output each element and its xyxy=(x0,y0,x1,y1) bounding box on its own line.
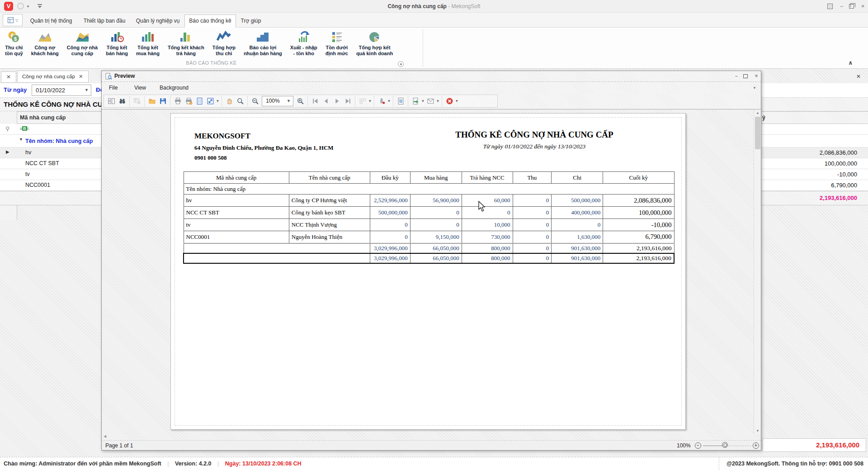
exit-icon[interactable] xyxy=(444,96,455,107)
layout-icon[interactable] xyxy=(106,96,117,107)
preview-maximize-icon[interactable] xyxy=(743,74,748,78)
export-dropdown-icon[interactable]: ▼ xyxy=(421,99,425,103)
app-menu-icon xyxy=(7,17,14,24)
zoom-level-label: 100% xyxy=(677,441,691,451)
chevron-down-icon[interactable]: ▼ xyxy=(85,85,89,95)
scrollbar-thumb[interactable] xyxy=(755,117,760,149)
page-color-dropdown-icon[interactable]: ▼ xyxy=(387,99,391,103)
scroll-left-icon[interactable]: ◀ xyxy=(104,434,106,438)
menu-overflow-icon[interactable]: ▼ xyxy=(753,86,756,90)
last-page-icon[interactable] xyxy=(342,96,353,107)
app-menu-button[interactable]: ▽ xyxy=(3,14,23,26)
chevron-down-icon[interactable]: ▼ xyxy=(287,96,291,106)
search-icon[interactable] xyxy=(117,96,127,107)
scale-dropdown-icon[interactable]: ▼ xyxy=(216,99,220,103)
report-cell: 400,000,000 xyxy=(552,207,603,219)
scale-icon[interactable] xyxy=(205,96,216,107)
email-icon[interactable] xyxy=(425,96,436,107)
form-tab-close-icon[interactable]: ✕ xyxy=(79,74,83,79)
zoom-slider-track[interactable] xyxy=(703,446,723,446)
toolbar-separator xyxy=(170,96,170,106)
ribbon: €$Thu chitồn quỹCông nợkhách hàngCông nợ… xyxy=(0,27,868,69)
page-info: Page 1 of 1 xyxy=(105,441,133,451)
prev-page-icon[interactable] xyxy=(321,96,331,107)
export-icon[interactable] xyxy=(410,96,421,107)
page-color-icon[interactable] xyxy=(376,96,387,107)
ribbon-tab-row: ▽ Quản trị hệ thốngThiết lập ban đầuQuản… xyxy=(0,13,868,27)
page-setup-icon[interactable] xyxy=(194,96,205,107)
menu-file[interactable]: File xyxy=(107,82,119,94)
ribbon-item-5[interactable]: Tổng kếtmua hàng xyxy=(132,28,164,59)
zoom-combo[interactable]: 100%▼ xyxy=(262,96,293,106)
minimize-icon[interactable]: − xyxy=(838,3,845,10)
menu-background[interactable]: Background xyxy=(158,82,190,94)
menu-view[interactable]: View xyxy=(132,82,148,94)
exit-dropdown-icon[interactable]: ▼ xyxy=(455,99,459,103)
group-collapse-icon[interactable]: ▼ xyxy=(19,137,23,142)
ribbon-tab-1[interactable]: Quản trị hệ thống xyxy=(25,14,77,27)
ribbon-item-10[interactable]: Tồn dướiđịnh mức xyxy=(321,28,352,59)
welcome-text: Chào mừng: Administrator đến với phần mề… xyxy=(4,461,161,467)
form-tab[interactable]: Công nợ nhà cung cấp✕ xyxy=(17,71,89,83)
zoom-slider-track-right[interactable] xyxy=(728,446,751,446)
zoom-slider-knob[interactable] xyxy=(722,442,728,448)
close-icon[interactable]: × xyxy=(859,3,866,10)
ribbon-tab-2[interactable]: Thiết lập ban đầu xyxy=(78,14,131,27)
report-column-header: Cuối kỳ xyxy=(603,172,674,184)
from-date-input[interactable]: 01/10/2022▼ xyxy=(32,85,91,96)
quick-print-icon[interactable] xyxy=(183,96,194,107)
ribbon-item-2[interactable]: Công nợkhách hàng xyxy=(27,28,63,59)
hand-tool-icon[interactable] xyxy=(224,96,235,107)
zoom-out-button[interactable]: − xyxy=(695,442,701,449)
ribbon-item-8[interactable]: Báo cáo lợinhuận bán hàng xyxy=(240,28,286,59)
scroll-down-icon[interactable]: ▼ xyxy=(754,429,761,433)
open-folder-icon[interactable] xyxy=(146,96,157,107)
vertical-scrollbar[interactable]: ▲ ▼ xyxy=(754,109,761,434)
fullscreen-icon[interactable] xyxy=(827,4,833,9)
ribbon-item-9[interactable]: Xuất - nhập- tồn kho xyxy=(286,28,321,59)
collapse-ribbon-icon[interactable]: ∧ xyxy=(848,59,853,66)
watermark-icon[interactable] xyxy=(395,96,406,107)
ribbon-separator xyxy=(423,29,423,66)
ribbon-group-label: BÁO CÁO THỐNG KÊ xyxy=(0,60,423,68)
abc-filter-icon[interactable]: aBc xyxy=(20,126,29,131)
ribbon-tab-4[interactable]: Báo cáo thống kê xyxy=(184,14,236,28)
magnifier-icon[interactable] xyxy=(235,96,245,107)
ribbon-item-3[interactable]: Công nợ nhàcung cấp xyxy=(63,28,102,59)
tabstrip-close-button[interactable]: ✕ xyxy=(1,71,16,83)
dialog-launcher-icon[interactable] xyxy=(398,61,404,67)
next-page-icon[interactable] xyxy=(331,96,342,107)
panel-close-icon[interactable]: ✕ xyxy=(856,73,861,80)
ribbon-item-1[interactable]: €$Thu chitồn quỹ xyxy=(1,28,27,59)
report-cell: 1,630,000 xyxy=(552,231,603,243)
save-icon[interactable] xyxy=(157,96,168,107)
first-page-icon[interactable] xyxy=(310,96,321,107)
report-data-row: hvCông ty CP Hương việt2,529,996,00056,9… xyxy=(184,195,674,207)
report-total-cell: 3,029,996,000 xyxy=(370,253,410,263)
area-chart-blue-icon xyxy=(67,29,98,45)
scroll-up-icon[interactable]: ▲ xyxy=(754,111,761,115)
email-dropdown-icon[interactable]: ▼ xyxy=(436,99,440,103)
zoom-out-icon[interactable] xyxy=(250,96,260,107)
print-icon[interactable] xyxy=(172,96,183,107)
preview-titlebar[interactable]: Preview − × xyxy=(102,71,761,82)
horizontal-scrollbar[interactable]: ◀ xyxy=(102,434,754,440)
ribbon-item-4[interactable]: Tổng kếtbán hàng xyxy=(102,28,132,59)
report-cell: 0 xyxy=(410,207,462,219)
maximize-icon[interactable] xyxy=(849,4,854,9)
ribbon-item-11[interactable]: Tổng hợp kếtquả kinh doanh xyxy=(352,28,397,59)
zoom-in-button[interactable]: + xyxy=(753,442,759,449)
ribbon-item-6[interactable]: Tổng kết kháchtrả hàng xyxy=(164,28,208,59)
ribbon-tab-5[interactable]: Trợ giúp xyxy=(237,14,265,27)
zoom-in-icon[interactable] xyxy=(295,96,306,107)
preview-close-icon[interactable]: × xyxy=(753,73,760,80)
titlebar: V ▼ Công nợ nhà cung cấp - MekongSoft − … xyxy=(0,0,868,13)
report-sum-row: 3,029,996,00066,050,000800,0000901,630,0… xyxy=(184,243,674,253)
filter-pin-icon[interactable]: ⚲ xyxy=(5,125,10,132)
preview-minimize-icon[interactable]: − xyxy=(733,73,740,80)
summary-total-value: 2,193,616,000 xyxy=(820,191,857,205)
preview-window: Preview − × ▼ FileViewBackground ▼100%▼▼… xyxy=(101,71,761,451)
ribbon-item-7[interactable]: Tổng hợpthu chi xyxy=(208,28,240,59)
multi-page-dropdown-icon[interactable]: ▼ xyxy=(368,99,372,103)
ribbon-tab-3[interactable]: Quản lý nghiệp vụ xyxy=(132,14,184,27)
